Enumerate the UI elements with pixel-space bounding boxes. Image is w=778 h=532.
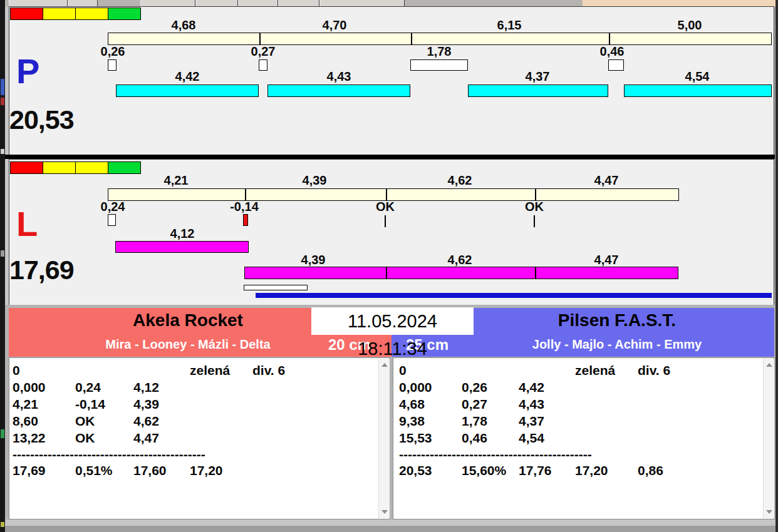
split-time-label: 4,21 (164, 175, 189, 186)
table-total-cell: 15,60% (462, 464, 506, 478)
traffic-light-yellow-icon (75, 161, 108, 174)
change-time-label: 0,27 (251, 46, 276, 57)
toolbar-fragment (238, 0, 278, 6)
change-time-label: -0,14 (230, 201, 259, 212)
bar-divider (411, 33, 412, 44)
run-bar (116, 84, 259, 97)
table-cell: 0,24 (75, 381, 101, 394)
table-cell: OK (75, 431, 95, 445)
table-cell: 8,60 (13, 414, 38, 428)
table-separator: ----------------------------------------… (13, 447, 205, 462)
traffic-light-yellow-icon (75, 8, 108, 20)
table-total-cell: 17,76 (519, 464, 552, 478)
scroll-up-icon[interactable] (381, 363, 388, 367)
traffic-light-yellow-icon (43, 8, 76, 20)
table-cell: 4,47 (133, 431, 159, 445)
traffic-lights-l (11, 161, 141, 174)
results-table-right (393, 357, 774, 519)
sliver-artifact (1, 429, 4, 438)
run-time-label: 4,12 (170, 228, 195, 239)
table-separator: ----------------------------------------… (399, 447, 592, 462)
table-cell: 4,21 (13, 397, 38, 411)
lane-separator-bar (5, 155, 775, 159)
run-time-label: 4,37 (526, 71, 550, 82)
traffic-light-green-icon (108, 8, 141, 20)
table-cell: 4,39 (133, 397, 159, 411)
panel-lane-p (9, 6, 774, 135)
run-time-label: 4,62 (448, 254, 472, 265)
blue-progress-bar (256, 293, 772, 298)
split-time-label: 4,47 (594, 175, 619, 186)
table-cell: 0 (399, 364, 407, 377)
team-right-dogs: Jolly - Majlo - Achim - Emmy (467, 337, 767, 352)
bottom-strip-light (5, 519, 775, 526)
background-window-sliver (0, 0, 5, 532)
split-time-label: 4,70 (323, 19, 347, 31)
table-cell: 0,000 (399, 381, 432, 394)
team-left-dogs: Mira - Looney - Mázli - Delta (38, 337, 338, 352)
team-left-name: Akela Rocket (38, 310, 338, 330)
table-cell: 4,12 (133, 381, 159, 394)
split-bar-p (108, 33, 772, 45)
split-time-label: 4,62 (448, 175, 472, 186)
scrollbar-right-table[interactable] (763, 359, 774, 518)
run-time-label: 4,39 (301, 254, 326, 265)
table-cell: 0,26 (462, 381, 487, 394)
sliver-artifact (1, 79, 4, 95)
team-right-name: Pilsen F.A.S.T. (467, 310, 767, 330)
run-time-label: 4,54 (685, 71, 710, 82)
results-table-left (9, 357, 390, 519)
table-cell: 0,000 (13, 381, 46, 394)
split-time-label: 4,68 (172, 19, 196, 31)
change-marker-box (108, 214, 116, 226)
split-time-label: 4,39 (303, 175, 327, 186)
run-time-label: 4,42 (175, 71, 200, 82)
table-cell: 0,27 (462, 397, 487, 411)
run-bar (468, 84, 608, 97)
lane-total-l: 17,69 (9, 257, 74, 284)
sliver-artifact (1, 250, 4, 257)
lane-letter-p: P (16, 54, 39, 89)
run-bar-group (244, 267, 678, 279)
scroll-up-icon[interactable] (766, 363, 772, 367)
traffic-lights-p (11, 8, 141, 20)
table-cell: div. 6 (252, 364, 285, 377)
table-cell: OK (75, 414, 95, 428)
toolbar-fragment (68, 0, 98, 6)
traffic-light-yellow-icon (43, 161, 76, 174)
panel-gap (9, 134, 774, 155)
toolbar-fragment (140, 0, 195, 6)
scroll-down-icon[interactable] (381, 510, 388, 514)
table-total-cell: 17,20 (190, 464, 223, 478)
change-marker-box (108, 59, 117, 71)
early-change-marker-box (243, 214, 248, 226)
split-time-label: 6,15 (497, 19, 522, 31)
bar-divider (386, 189, 387, 200)
split-time-label: 5,00 (678, 19, 702, 31)
change-time-label: OK (525, 201, 544, 212)
datetime-display: 11.05.2024 18:11:34 (311, 307, 474, 335)
table-cell: 4,37 (519, 414, 544, 428)
table-total-cell: 20,53 (399, 464, 432, 478)
table-cell: 4,68 (399, 397, 425, 411)
ok-change-tick (385, 215, 386, 227)
sliver-artifact (1, 98, 4, 105)
table-cell: 13,22 (13, 431, 46, 445)
run-time-label: 4,43 (327, 71, 351, 82)
bar-divider (245, 189, 246, 200)
run-bar (624, 84, 772, 97)
flyball-timing-window: 4,68 4,70 6,15 5,00 0,26 0,27 1,78 0,46 … (0, 0, 778, 532)
toolbar-fragment (319, 0, 405, 6)
run-bar (115, 241, 249, 253)
table-cell: div. 6 (638, 364, 670, 377)
bar-divider (535, 189, 536, 200)
sliver-artifact (1, 149, 4, 154)
change-marker-box (410, 59, 468, 71)
table-total-cell: 17,20 (575, 464, 608, 478)
scroll-down-icon[interactable] (766, 510, 772, 514)
scrollbar-left-table[interactable] (378, 359, 390, 518)
table-total-cell: 17,60 (133, 464, 167, 478)
sliver-artifact (1, 522, 4, 527)
bar-divider (386, 267, 387, 279)
lane-letter-l: L (16, 207, 38, 242)
